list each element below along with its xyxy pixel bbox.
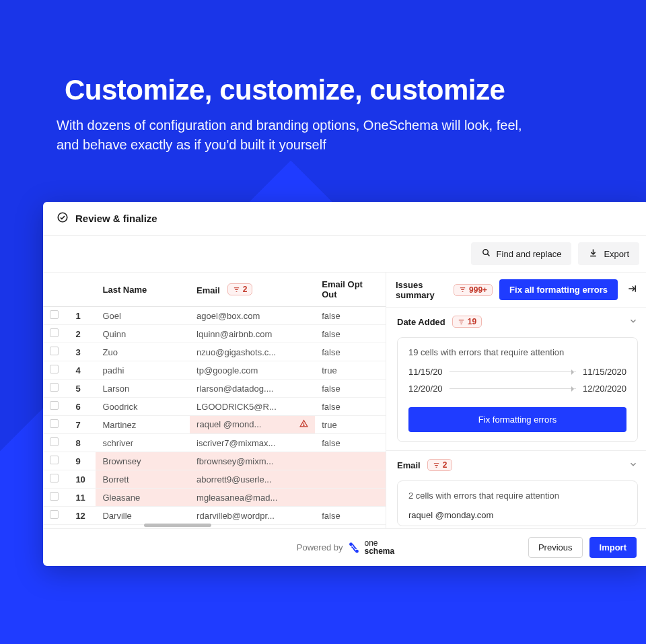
cell-email[interactable]: LGOODRICK5@R...: [190, 398, 315, 416]
issue-badge-date[interactable]: 19: [452, 316, 482, 328]
table-row[interactable]: 13Larsonjanicelin@midel.c...false: [43, 525, 386, 529]
row-checkbox[interactable]: [50, 383, 59, 392]
cell-last-name[interactable]: padhi: [96, 361, 190, 380]
row-checkbox[interactable]: [50, 328, 59, 337]
cell-opt-out[interactable]: false: [315, 343, 386, 361]
row-checkbox[interactable]: [50, 401, 59, 410]
cell-last-name[interactable]: Brownsey: [96, 452, 190, 470]
row-checkbox[interactable]: [50, 437, 59, 446]
previous-button[interactable]: Previous: [528, 537, 583, 558]
row-checkbox[interactable]: [50, 310, 59, 319]
cell-email[interactable]: nzuo@gigashots.c...: [190, 343, 315, 361]
error-sample: raquel @monday.com: [408, 510, 626, 520]
cell-opt-out[interactable]: true: [315, 416, 386, 434]
table-row[interactable]: 12Darvillerdarvilleb@wordpr...false: [43, 507, 386, 525]
table-row[interactable]: 7Martinezraquel @mond...true: [43, 416, 386, 434]
cell-email[interactable]: raquel @mond...: [190, 416, 315, 434]
row-checkbox[interactable]: [50, 347, 59, 355]
find-replace-button[interactable]: Find and replace: [471, 242, 572, 265]
svg-point-1: [482, 250, 488, 255]
check-circle-icon: [57, 211, 69, 225]
issue-badge-email[interactable]: 2: [427, 459, 453, 471]
table-row[interactable]: 6GoodrickLGOODRICK5@R...false: [43, 398, 386, 416]
row-checkbox[interactable]: [50, 510, 59, 519]
cell-last-name[interactable]: Zuo: [96, 343, 190, 361]
col-email[interactable]: Email 2: [190, 273, 315, 307]
cell-opt-out[interactable]: [315, 489, 386, 507]
row-number: 6: [69, 398, 96, 416]
cell-last-name[interactable]: Larson: [96, 380, 190, 398]
chevron-down-icon[interactable]: [629, 460, 638, 471]
cell-email[interactable]: mgleasanea@mad...: [190, 489, 315, 507]
hero: Customize, customize, customize With doz…: [0, 0, 646, 175]
cell-last-name[interactable]: schriver: [96, 434, 190, 452]
cell-opt-out[interactable]: false: [315, 434, 386, 452]
cell-opt-out[interactable]: [315, 452, 386, 470]
cell-email[interactable]: agoel@box.com: [190, 307, 315, 325]
table-row[interactable]: 4padhitp@google.comtrue: [43, 361, 386, 380]
row-checkbox[interactable]: [50, 492, 59, 501]
table-row[interactable]: 8schriveriscriver7@mixmax...false: [43, 434, 386, 452]
cell-last-name[interactable]: Goel: [96, 307, 190, 325]
arrow-right-icon: [450, 388, 576, 389]
cell-email[interactable]: tp@google.com: [190, 361, 315, 380]
cell-email[interactable]: rdarvilleb@wordpr...: [190, 507, 315, 525]
table-row[interactable]: 1Goelagoel@box.comfalse: [43, 307, 386, 325]
cell-opt-out[interactable]: false: [315, 398, 386, 416]
collapse-panel-icon[interactable]: [624, 284, 639, 295]
cell-opt-out[interactable]: false: [315, 507, 386, 525]
email-error-badge[interactable]: 2: [227, 283, 253, 295]
page-title: Review & finalize: [75, 213, 157, 224]
issue-title-date: Date Added: [397, 317, 445, 327]
cell-last-name[interactable]: Darville: [96, 507, 190, 525]
hero-title: Customize, customize, customize: [65, 74, 589, 106]
cell-email[interactable]: lquinn@airbnb.com: [190, 325, 315, 343]
table-row[interactable]: 5Larsonrlarson@datadog....false: [43, 380, 386, 398]
fix-formatting-button[interactable]: Fix formatting errors: [408, 407, 626, 432]
import-button[interactable]: Import: [589, 537, 637, 558]
cell-last-name[interactable]: Goodrick: [96, 398, 190, 416]
cell-opt-out[interactable]: false: [315, 525, 386, 529]
col-email-opt-out[interactable]: Email Opt Out: [315, 273, 386, 307]
svg-point-2: [303, 425, 304, 426]
cell-email[interactable]: rlarson@datadog....: [190, 380, 315, 398]
row-checkbox[interactable]: [50, 419, 59, 428]
cell-email[interactable]: aborrett9@userle...: [190, 470, 315, 489]
cell-last-name[interactable]: Quinn: [96, 325, 190, 343]
hero-subtitle: With dozens of configuration and brandin…: [57, 116, 541, 155]
issue-title-email: Email: [397, 460, 421, 470]
col-last-name[interactable]: Last Name: [96, 273, 190, 307]
table-row[interactable]: 2Quinnlquinn@airbnb.comfalse: [43, 325, 386, 343]
fix-all-button[interactable]: Fix all formatting errors: [499, 279, 618, 300]
cell-opt-out[interactable]: true: [315, 361, 386, 380]
app-card: Review & finalize Find and replace Expor…: [43, 202, 646, 566]
svg-point-4: [350, 543, 352, 545]
cell-last-name[interactable]: Gleasane: [96, 489, 190, 507]
issue-group-date-added: Date Added 19 19 cells with errors that …: [386, 308, 646, 451]
cell-opt-out[interactable]: false: [315, 325, 386, 343]
cell-last-name[interactable]: Borrett: [96, 470, 190, 489]
row-number: 2: [69, 325, 96, 343]
row-number: 13: [69, 525, 96, 529]
row-checkbox[interactable]: [50, 456, 59, 464]
export-button[interactable]: Export: [578, 242, 639, 265]
warning-icon: [299, 419, 308, 430]
row-checkbox[interactable]: [50, 365, 59, 373]
cell-last-name[interactable]: Martinez: [96, 416, 190, 434]
cell-opt-out[interactable]: false: [315, 380, 386, 398]
table-row[interactable]: 9Brownseyfbrownsey@mixm...: [43, 452, 386, 470]
issues-summary-badge[interactable]: 999+: [454, 284, 493, 296]
mapping-row: 11/15/20 11/15/2020: [408, 367, 626, 377]
cell-email[interactable]: iscriver7@mixmax...: [190, 434, 315, 452]
cell-email[interactable]: fbrownsey@mixm...: [190, 452, 315, 470]
mapping-row: 12/20/20 12/20/2020: [408, 384, 626, 394]
horizontal-scrollbar[interactable]: [144, 524, 211, 527]
cell-opt-out[interactable]: false: [315, 307, 386, 325]
table-row[interactable]: 10Borrettaborrett9@userle...: [43, 470, 386, 489]
row-checkbox[interactable]: [50, 474, 59, 482]
cell-opt-out[interactable]: [315, 470, 386, 489]
table-row[interactable]: 11Gleasanemgleasanea@mad...: [43, 489, 386, 507]
issue-group-email: Email 2 2 cells with errors that require…: [386, 451, 646, 528]
chevron-down-icon[interactable]: [629, 316, 638, 328]
table-row[interactable]: 3Zuonzuo@gigashots.c...false: [43, 343, 386, 361]
